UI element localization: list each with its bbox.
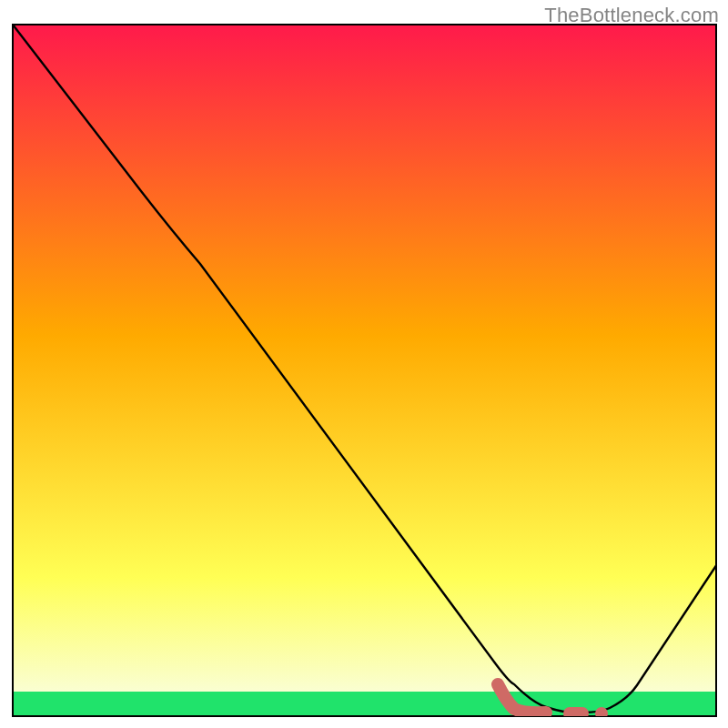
chart-container: TheBottleneck.com [0, 0, 728, 728]
plot-background [13, 25, 716, 716]
chart-svg [0, 0, 728, 728]
watermark-text: TheBottleneck.com [544, 4, 719, 27]
marker-dot [595, 707, 608, 720]
